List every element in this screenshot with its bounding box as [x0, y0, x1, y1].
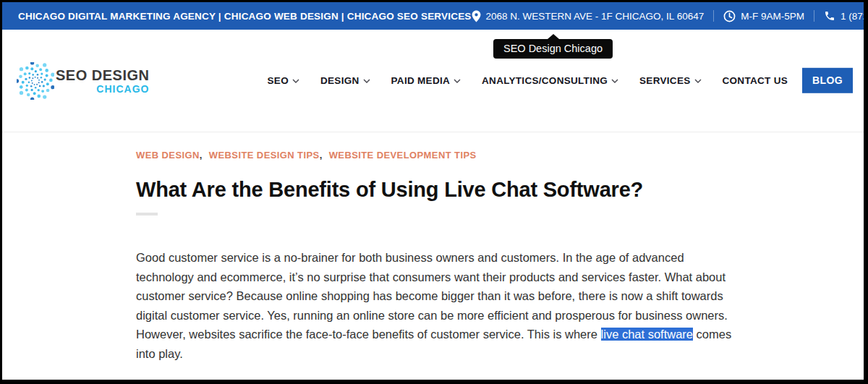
topbar-divider [814, 10, 814, 22]
logo-tooltip: SEO Design Chicago [493, 39, 613, 59]
logo-city: CHICAGO [56, 84, 149, 94]
nav-item-seo[interactable]: SEO [268, 75, 299, 86]
category-link-website-design-tips[interactable]: WEBSITE DESIGN TIPS [209, 150, 320, 161]
address-group: 2068 N. WESTERN AVE - 1F CHICAGO, IL 606… [472, 10, 705, 22]
nav-item-services[interactable]: SERVICES [639, 75, 701, 86]
pinwheel-logo-icon [17, 62, 54, 100]
hours-group: M-F 9AM-5PM [723, 10, 804, 22]
top-info-right: 2068 N. WESTERN AVE - 1F CHICAGO, IL 606… [472, 10, 868, 22]
main-nav: SEO DESIGN PAID MEDIA ANALYTICS/CONSULTI… [268, 75, 788, 86]
nav-label: DESIGN [320, 75, 359, 86]
nav-item-paid-media[interactable]: PAID MEDIA [391, 75, 461, 86]
nav-label: SERVICES [639, 75, 690, 86]
agency-tagline: CHICAGO DIGITAL MARKETING AGENCY | CHICA… [18, 11, 472, 22]
location-pin-icon [472, 10, 481, 22]
phone-text[interactable]: 1 (872) 213-7314 [841, 11, 868, 22]
chevron-down-icon [694, 79, 702, 83]
hours-text: M-F 9AM-5PM [741, 11, 804, 22]
chevron-down-icon [292, 79, 299, 83]
site-logo[interactable]: SEO DESIGN CHICAGO [17, 62, 149, 100]
blog-button[interactable]: BLOG [802, 67, 853, 93]
category-link-web-design[interactable]: WEB DESIGN [136, 150, 200, 161]
page-frame: CHICAGO DIGITAL MARKETING AGENCY | CHICA… [0, 0, 868, 384]
nav-item-analytics-consulting[interactable]: ANALYTICS/CONSULTING [482, 75, 618, 86]
topbar-divider [713, 10, 714, 22]
live-chat-software-link[interactable]: live chat software [601, 328, 693, 341]
nav-item-design[interactable]: DESIGN [320, 75, 370, 86]
article-content: WEB DESIGN, WEBSITE DESIGN TIPS, WEBSITE… [2, 132, 864, 364]
category-links: WEB DESIGN, WEBSITE DESIGN TIPS, WEBSITE… [136, 150, 864, 161]
article-title: What Are the Benefits of Using Live Chat… [136, 178, 864, 202]
chevron-down-icon [363, 79, 370, 83]
nav-label: ANALYTICS/CONSULTING [482, 75, 608, 86]
nav-item-contact-us[interactable]: CONTACT US [723, 75, 788, 86]
chevron-down-icon [611, 79, 618, 83]
top-info-bar: CHICAGO DIGITAL MARKETING AGENCY | CHICA… [2, 2, 864, 30]
nav-label: CONTACT US [723, 75, 788, 86]
address-text: 2068 N. WESTERN AVE - 1F CHICAGO, IL 606… [486, 11, 705, 22]
category-separator: , [200, 150, 203, 161]
nav-label: SEO [268, 75, 289, 86]
nav-label: PAID MEDIA [391, 75, 451, 86]
clock-icon [723, 10, 736, 22]
site-header: SEO DESIGN CHICAGO SEO DESIGN PAID MEDIA… [2, 30, 864, 132]
article-paragraph: Good customer service is a no-brainer fo… [136, 248, 742, 364]
phone-group[interactable]: 1 (872) 213-7314 [824, 10, 868, 22]
category-separator: , [320, 150, 323, 161]
phone-icon [824, 10, 835, 22]
logo-text: SEO DESIGN CHICAGO [56, 68, 149, 94]
category-link-website-development-tips[interactable]: WEBSITE DEVELOPMENT TIPS [329, 150, 477, 161]
logo-name: SEO DESIGN [56, 68, 149, 82]
title-divider [136, 213, 158, 216]
chevron-down-icon [454, 79, 461, 83]
